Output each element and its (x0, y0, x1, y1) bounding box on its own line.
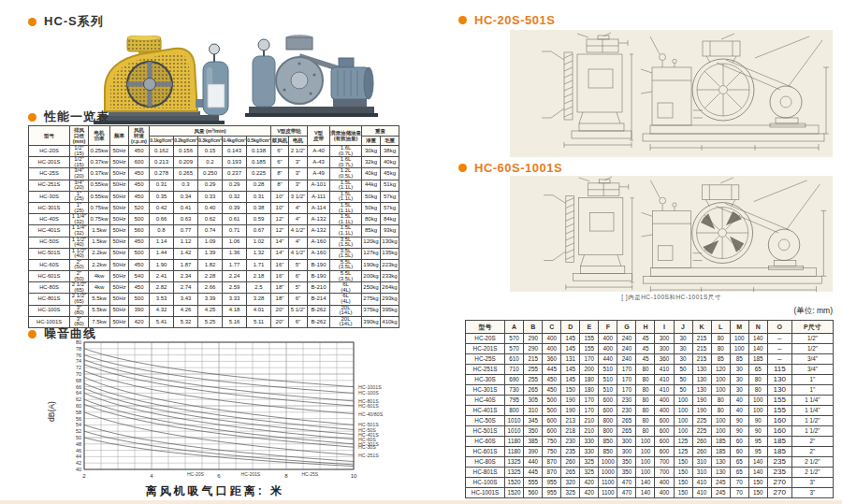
dim-cell: HC-50S (466, 416, 505, 426)
dim-cell: 390 (524, 447, 543, 457)
bullet-icon (458, 16, 467, 24)
curve-label: HC-601S (358, 403, 379, 409)
dim-cell: 100 (748, 396, 767, 406)
dim-cell: 305 (524, 396, 543, 406)
dim-cell: 385 (524, 437, 543, 447)
dim-cell: 213 (561, 416, 580, 426)
dim-cell: 1520 (505, 488, 524, 498)
dim-cell: 330 (580, 437, 599, 447)
dim-table-row: HC-501S101035060021821080026580600100225… (466, 426, 834, 437)
dim-cell: 265 (561, 468, 580, 478)
dim-cell: 65 (730, 468, 748, 478)
dim-cell: 125 (674, 437, 692, 447)
x-tick-label: 2 (82, 473, 86, 479)
dim-cell: 800 (599, 426, 617, 437)
performance-table: 型号排风 口径 (mm)电机 功率频率风机 转速 (r.p.m)风量 (m³/m… (28, 125, 399, 328)
dim-cell: – (767, 354, 791, 365)
dim-cell: 85 (711, 354, 730, 365)
dim-cell: HC-40S (466, 396, 505, 406)
y-tick-label: 40 (76, 467, 81, 472)
perf-cell: 20" (271, 305, 289, 316)
bullet-icon (458, 164, 467, 172)
dim-cell: 90 (730, 416, 748, 426)
y-tick-label: 42 (76, 460, 81, 466)
perf-table-row: HC-50S1 1/2" (40)1.5kw50Hz4501.141.121.0… (29, 237, 399, 248)
dim-cell: 600 (543, 416, 561, 426)
perf-cell: 1.06 (223, 237, 247, 248)
perf-cell: HC-80S (29, 282, 70, 294)
dim-cell: 600 (655, 426, 674, 437)
dim-cell: 150 (674, 468, 692, 478)
dim-cell: 215 (692, 334, 711, 344)
perf-cell: 0.55kw (89, 180, 110, 191)
dim-cell: 45 (636, 334, 655, 344)
perf-table-row: HC-301S1" (25)0.75kw50Hz5200.420.410.400… (29, 202, 399, 213)
dim-cell: 155 (767, 396, 791, 406)
dim-cell: 310 (524, 406, 543, 416)
dim-cell: 245 (711, 478, 730, 488)
dim-cell: 260 (561, 457, 580, 468)
perf-cell: 12" (271, 214, 289, 225)
y-tick-label: 58 (76, 410, 81, 415)
perf-cell: 0.213 (150, 157, 174, 168)
perf-cell: 450 (129, 282, 150, 294)
dim-cell: 115 (767, 365, 791, 375)
dim-cell: 445 (524, 468, 543, 478)
perf-cell: 0.61 (223, 214, 247, 225)
perf-cell: 450 (129, 191, 150, 202)
dim-cell: 70 (730, 488, 748, 498)
perf-cell: 0.35 (150, 191, 174, 202)
dim-cell: 2 1/2" (791, 468, 833, 478)
column-header: 0.2kgf/cm² (174, 136, 198, 146)
perf-cell: 0.75kw (89, 202, 110, 213)
perf-cell: 32kg (362, 157, 381, 168)
perf-cell: 50Hz (110, 146, 129, 157)
perf-cell: 2.2kw (89, 259, 110, 270)
dim-cell: 190 (561, 406, 580, 416)
perf-cell: A-111 (308, 191, 330, 202)
perf-cell: 50Hz (110, 282, 129, 294)
dim-cell: 30 (674, 354, 692, 365)
product-photo-grey-blower (245, 28, 378, 122)
perf-cell: 3" (289, 180, 308, 191)
perf-cell: 0.15 (198, 146, 223, 157)
perf-cell: 0.55kw (89, 191, 110, 202)
dim-cell: 450 (543, 385, 561, 396)
perf-cell: 0.138 (247, 146, 271, 157)
perf-cell: 264kg (381, 282, 399, 294)
dim-cell: 955 (543, 478, 561, 488)
dim-cell: 230 (617, 406, 636, 416)
dim-cell: 1180 (505, 437, 524, 447)
perf-cell: HC-30S (29, 191, 70, 202)
column-header: M (730, 321, 748, 334)
perf-cell: 1.5L (1.1L) (330, 214, 362, 225)
dim-cell: 80 (636, 365, 655, 375)
dim-cell: 30 (674, 344, 692, 354)
dim-cell: 1 1/2" (791, 426, 833, 437)
perf-cell: B-262 (308, 305, 330, 316)
perf-cell: 500 (129, 294, 150, 305)
dim-cell: 255 (524, 365, 543, 375)
column-header: 毛重 (381, 136, 399, 146)
dim-cell: 160 (767, 426, 791, 437)
perf-cell: A-49 (308, 168, 330, 180)
dim-table-row: HC-80S1325440870260325100035010070015031… (466, 457, 834, 468)
dim-cell: 30 (730, 375, 748, 385)
dim-cell: 100 (636, 447, 655, 457)
bullet-icon (28, 330, 36, 338)
dim-cell: 140 (748, 468, 767, 478)
dimensions-table: 型号ABCDEFGHIJKLMNOP尺寸HC-20S57029040014515… (465, 320, 834, 498)
curve-label: HC-25S (301, 471, 318, 477)
y-tick-label: 46 (76, 448, 81, 454)
perf-cell: B-214 (308, 294, 330, 305)
perf-cell: 3.43 (174, 294, 198, 305)
perf-cell: 4.26 (174, 305, 198, 316)
y-tick-label: 68 (76, 378, 81, 383)
dim-cell: 870 (543, 468, 561, 478)
perf-table-row: HC-20S1/2" (15)0.25kw50Hz4500.1620.1560.… (29, 146, 399, 157)
dim-cell: 600 (599, 406, 617, 416)
dim-cell: 350 (617, 457, 636, 468)
dim-cell: 400 (655, 406, 674, 416)
perf-cell: 5.5L (3.5L) (330, 271, 362, 282)
dim-cell: 2" (791, 447, 833, 457)
